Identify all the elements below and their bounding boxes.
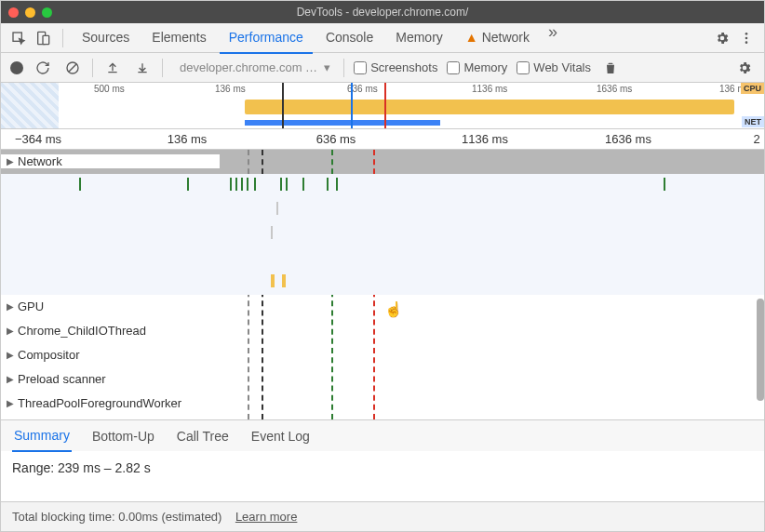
trash-icon[interactable] <box>600 58 621 78</box>
web-vitals-checkbox[interactable]: Web Vitals <box>517 60 591 74</box>
overview-scrubber-left[interactable] <box>1 83 59 128</box>
track-network[interactable]: ▶Network develope r ai… sa… cy… fa… <box>1 150 764 174</box>
tab-memory[interactable]: Memory <box>386 22 452 53</box>
footer-bar: Total blocking time: 0.00ms (estimated) … <box>1 501 764 531</box>
tabs-overflow-icon[interactable]: » <box>543 22 563 53</box>
btab-bottom-up[interactable]: Bottom-Up <box>90 421 156 451</box>
clear-icon[interactable] <box>62 58 83 78</box>
tab-console[interactable]: Console <box>316 22 382 53</box>
overview-net-band <box>245 120 440 126</box>
overview-body[interactable]: 500 ms 136 ms 636 ms 1136 ms 1636 ms 136… <box>59 83 764 128</box>
window-title: DevTools - developer.chrome.com/ <box>1 6 764 19</box>
overview-marker <box>351 83 353 128</box>
memory-checkbox[interactable]: Memory <box>447 60 507 74</box>
gpu-activity <box>247 178 248 191</box>
track-threadpool[interactable]: ▶ThreadPoolForegroundWorker <box>1 392 764 416</box>
gpu-activity <box>235 178 237 191</box>
perf-toolbar: developer.chrome.com … Screenshots Memor… <box>1 53 764 83</box>
gpu-activity <box>241 178 243 191</box>
overview-marker <box>282 83 284 128</box>
overview-tick: 500 ms <box>94 84 125 94</box>
ruler-tick: 136 ms <box>168 132 208 146</box>
details-tabs: Summary Bottom-Up Call Tree Event Log <box>1 419 764 451</box>
warning-icon: ▲ <box>465 30 478 45</box>
screenshots-checkbox[interactable]: Screenshots <box>354 60 437 74</box>
overview-mini[interactable]: 500 ms 136 ms 636 ms 1136 ms 1636 ms 136… <box>1 83 764 129</box>
overview-tick: 1136 ms <box>472 84 507 94</box>
svg-point-4 <box>745 36 748 39</box>
inspect-element-icon[interactable] <box>8 28 29 48</box>
overview-tick: 1636 ms <box>597 84 632 94</box>
summary-panel: Range: 239 ms – 2.82 s <box>1 451 764 485</box>
tab-performance[interactable]: Performance <box>220 22 313 54</box>
activity-tick <box>282 274 286 287</box>
main-toolbar: Sources Elements Performance Console Mem… <box>1 23 764 53</box>
ruler-tick: 636 ms <box>316 132 356 146</box>
upload-icon[interactable] <box>102 58 123 78</box>
record-button-icon[interactable] <box>10 61 23 74</box>
mac-titlebar: DevTools - developer.chrome.com/ <box>1 1 764 23</box>
ruler-tick: 1636 ms <box>605 132 651 146</box>
kebab-menu-icon[interactable] <box>736 28 757 48</box>
divider <box>62 29 63 47</box>
gpu-activity <box>79 178 81 191</box>
svg-point-3 <box>745 33 748 35</box>
target-dropdown[interactable]: developer.chrome.com … <box>172 59 334 76</box>
btab-summary[interactable]: Summary <box>12 420 72 452</box>
close-window-icon[interactable] <box>8 7 19 18</box>
scrollbar-thumb[interactable] <box>757 299 764 401</box>
summary-range: Range: 239 ms – 2.82 s <box>12 460 753 475</box>
traffic-lights <box>8 7 52 18</box>
timeline-ruler[interactable]: −364 ms 136 ms 636 ms 1136 ms 1636 ms 2 <box>1 129 764 150</box>
overview-net-label: NET <box>742 116 764 127</box>
memory-label: Memory <box>463 60 507 74</box>
gpu-activity <box>254 178 256 191</box>
device-mode-icon[interactable] <box>33 28 53 48</box>
gpu-activity <box>280 178 282 191</box>
overview-ticks: 500 ms 136 ms 636 ms 1136 ms 1636 ms 136… <box>59 83 764 96</box>
track-body[interactable] <box>1 269 764 420</box>
screenshots-input[interactable] <box>354 61 367 74</box>
divider <box>92 59 93 77</box>
divider <box>162 59 163 77</box>
ruler-tick: −364 ms <box>15 132 61 146</box>
btab-event-log[interactable]: Event Log <box>249 421 312 451</box>
activity-tick <box>276 202 278 215</box>
panel-tabs: Sources Elements Performance Console Mem… <box>73 22 708 53</box>
gpu-activity <box>286 178 288 191</box>
overview-marker <box>384 83 386 128</box>
divider <box>343 59 344 77</box>
overview-cpu-label: CPU <box>741 83 764 94</box>
tab-network[interactable]: ▲Network <box>456 22 539 53</box>
web-vitals-label: Web Vitals <box>533 60 591 74</box>
minimize-window-icon[interactable] <box>25 7 35 18</box>
capture-settings-gear-icon[interactable] <box>734 58 755 78</box>
btab-call-tree[interactable]: Call Tree <box>175 421 231 451</box>
gear-icon[interactable] <box>712 28 732 48</box>
reload-icon[interactable] <box>33 58 53 78</box>
tbt-text: Total blocking time: 0.00ms (estimated) <box>12 510 221 524</box>
tab-elements[interactable]: Elements <box>142 22 215 53</box>
gpu-activity <box>336 178 338 191</box>
gpu-activity <box>664 178 665 191</box>
activity-tick <box>271 274 275 287</box>
screenshots-label: Screenshots <box>370 60 437 74</box>
svg-line-7 <box>69 64 76 72</box>
ruler-tick: 2 <box>753 132 759 146</box>
activity-tick <box>271 226 273 239</box>
overview-tick: 136 ms <box>215 84 246 94</box>
web-vitals-input[interactable] <box>517 61 530 74</box>
tab-network-label: Network <box>482 30 530 45</box>
gpu-activity <box>230 178 232 191</box>
download-icon[interactable] <box>132 58 153 78</box>
svg-rect-2 <box>43 35 49 44</box>
gpu-activity <box>302 178 304 191</box>
flame-chart[interactable]: ▶Network develope r ai… sa… cy… fa… ▶GPU <box>1 150 764 419</box>
gpu-activity <box>327 178 329 191</box>
gpu-activity <box>187 178 189 191</box>
zoom-window-icon[interactable] <box>42 7 52 18</box>
learn-more-link[interactable]: Learn more <box>235 510 297 524</box>
svg-point-5 <box>745 41 748 44</box>
memory-input[interactable] <box>447 61 460 74</box>
tab-sources[interactable]: Sources <box>73 22 139 53</box>
